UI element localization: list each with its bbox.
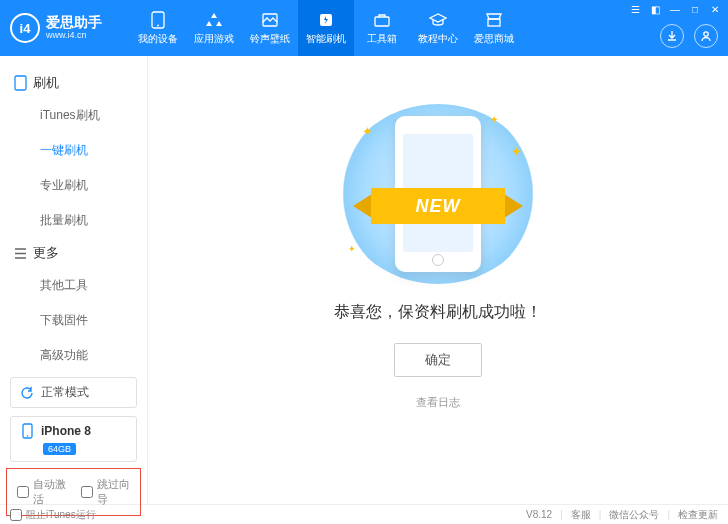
tab-label: 工具箱 [367,32,397,46]
sidebar-item-other-tools[interactable]: 其他工具 [0,268,147,303]
sidebar-item-batch-flash[interactable]: 批量刷机 [0,203,147,238]
svg-rect-4 [375,17,389,26]
tab-label: 应用游戏 [194,32,234,46]
svg-rect-5 [488,19,500,26]
tab-wallpaper[interactable]: 铃声壁纸 [242,0,298,56]
sidebar-item-pro-flash[interactable]: 专业刷机 [0,168,147,203]
wechat-link[interactable]: 微信公众号 [609,508,659,522]
mode-label: 正常模式 [41,384,89,401]
sidebar-item-oneclick-flash[interactable]: 一键刷机 [0,133,147,168]
svg-point-6 [704,32,708,36]
store-icon [485,11,503,29]
user-button[interactable] [694,24,718,48]
skip-guide-checkbox[interactable]: 跳过向导 [81,477,131,507]
tab-my-device[interactable]: 我的设备 [130,0,186,56]
svg-point-9 [26,435,28,437]
download-button[interactable] [660,24,684,48]
minimize-icon[interactable]: — [668,4,682,15]
toolbox-icon [373,11,391,29]
tab-label: 智能刷机 [306,32,346,46]
support-link[interactable]: 客服 [571,508,591,522]
flash-icon [317,11,335,29]
skin-icon[interactable]: ◧ [648,4,662,15]
mode-status[interactable]: 正常模式 [10,377,137,408]
tab-label: 爱思商城 [474,32,514,46]
app-logo: i4 爱思助手 www.i4.cn [10,13,102,43]
tab-toolbox[interactable]: 工具箱 [354,0,410,56]
device-name: iPhone 8 [41,424,91,438]
tab-tutorial[interactable]: 教程中心 [410,0,466,56]
phone-icon [149,11,167,29]
tab-label: 铃声壁纸 [250,32,290,46]
close-icon[interactable]: ✕ [708,4,722,15]
device-icon [19,423,35,439]
new-ribbon: NEW [371,188,505,224]
logo-icon: i4 [10,13,40,43]
version-label: V8.12 [526,509,552,520]
main-tabs: 我的设备 应用游戏 铃声壁纸 智能刷机 工具箱 教程中心 爱思商城 [130,0,522,56]
svg-rect-7 [15,76,26,90]
tab-label: 我的设备 [138,32,178,46]
phone-outline-icon [14,75,27,91]
refresh-icon [19,385,35,401]
wallpaper-icon [261,11,279,29]
sidebar-group-flash: 刷机 [0,68,147,98]
ok-button[interactable]: 确定 [394,343,482,377]
auto-activate-checkbox[interactable]: 自动激活 [17,477,67,507]
update-link[interactable]: 检查更新 [678,508,718,522]
sidebar-item-itunes-flash[interactable]: iTunes刷机 [0,98,147,133]
title-bar: i4 爱思助手 www.i4.cn 我的设备 应用游戏 铃声壁纸 智能刷机 工具… [0,0,728,56]
sidebar-item-advanced[interactable]: 高级功能 [0,338,147,373]
device-status[interactable]: iPhone 8 64GB [10,416,137,462]
storage-badge: 64GB [43,443,76,455]
block-itunes-checkbox[interactable]: 阻止iTunes运行 [10,508,96,522]
success-message: 恭喜您，保资料刷机成功啦！ [334,302,542,323]
tab-store[interactable]: 爱思商城 [466,0,522,56]
view-log-link[interactable]: 查看日志 [416,395,460,410]
window-controls: ☰ ◧ — □ ✕ [628,4,722,15]
sidebar-item-download-firmware[interactable]: 下载固件 [0,303,147,338]
apps-icon [205,11,223,29]
app-url: www.i4.cn [46,31,102,41]
tab-label: 教程中心 [418,32,458,46]
more-icon [14,247,27,260]
tutorial-icon [429,11,447,29]
menu-icon[interactable]: ☰ [628,4,642,15]
maximize-icon[interactable]: □ [688,4,702,15]
success-illustration: ✦ ✦ ✦ ✦ NEW [338,104,538,284]
main-content: ✦ ✦ ✦ ✦ NEW 恭喜您，保资料刷机成功啦！ 确定 查看日志 [148,56,728,504]
tab-flash[interactable]: 智能刷机 [298,0,354,56]
app-title: 爱思助手 [46,15,102,30]
svg-point-1 [157,24,159,26]
sidebar: 刷机 iTunes刷机 一键刷机 专业刷机 批量刷机 更多 其他工具 下载固件 … [0,56,148,504]
sidebar-group-more: 更多 [0,238,147,268]
tab-apps[interactable]: 应用游戏 [186,0,242,56]
